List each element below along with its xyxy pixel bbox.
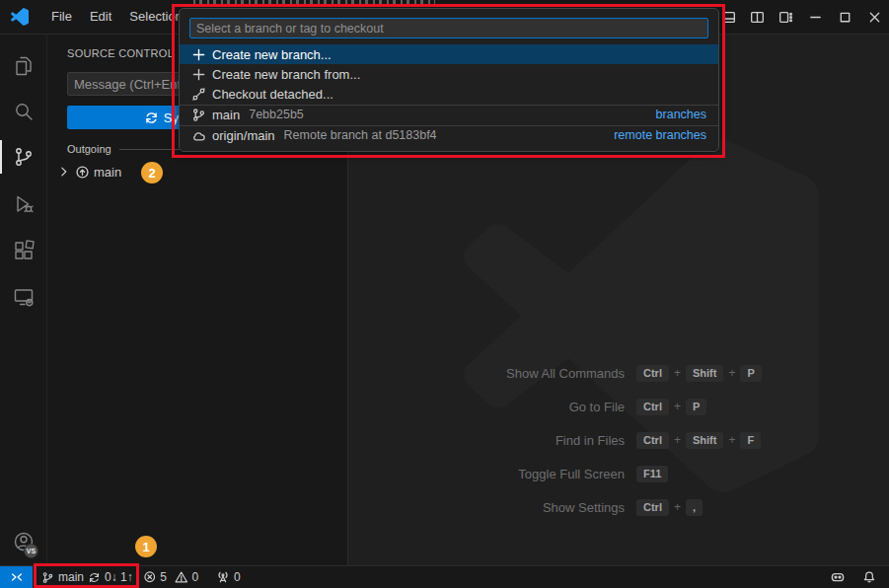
shortcut-label: Toggle Full Screen <box>375 467 625 481</box>
run-debug-icon[interactable] <box>0 183 46 226</box>
key-plus: + <box>674 500 681 514</box>
key-chip: F11 <box>636 466 668 482</box>
key-plus: + <box>728 433 735 447</box>
window-title-clipped <box>193 0 435 4</box>
key-chip: Ctrl <box>636 499 669 516</box>
key-plus: + <box>674 400 681 413</box>
outgoing-branch-label: main <box>94 165 121 180</box>
outgoing-branch-row[interactable]: main <box>57 161 347 183</box>
chevron-right-icon[interactable] <box>57 165 71 179</box>
menubar: File Edit Selection <box>42 0 191 34</box>
item-label: Create new branch... <box>212 47 332 62</box>
shortcut-label: Show Settings <box>375 500 625 515</box>
branch-quick-pick: Create new branch... Create new branch f… <box>179 8 719 152</box>
annotation-badge-2: 2 <box>141 162 163 184</box>
outgoing-label: Outgoing <box>67 143 111 155</box>
error-count: 5 <box>160 570 167 584</box>
split-columns-icon[interactable] <box>743 0 772 35</box>
copilot-icon[interactable] <box>830 569 846 585</box>
quick-pick-input[interactable] <box>189 18 708 38</box>
shortcut-row: Go to File Ctrl+P <box>375 390 799 423</box>
radio-tower-icon <box>216 570 230 584</box>
key-plus: + <box>728 366 735 380</box>
item-label: Create new branch from... <box>212 67 360 82</box>
vscode-logo-icon <box>11 8 29 26</box>
branch-name: main <box>58 570 84 584</box>
remote-branches-link[interactable]: remote branches <box>614 128 706 142</box>
statusbar-right <box>830 569 889 585</box>
remote-icon <box>10 570 24 584</box>
outgoing-arrow-icon <box>75 165 90 180</box>
sync-icon <box>88 571 101 584</box>
remote-explorer-icon[interactable] <box>0 275 46 319</box>
plus-icon <box>191 67 206 82</box>
branch-status-item[interactable]: main 0↓ 1↑ <box>41 570 133 584</box>
ports-count: 0 <box>234 570 241 584</box>
quickpick-item-origin-main[interactable]: origin/main Remote branch at d5183bf4 re… <box>180 125 718 145</box>
vscode-window: File Edit Selection <box>0 0 889 588</box>
item-description: Remote branch at d5183bf4 <box>284 128 437 142</box>
sidebar-title: SOURCE CONTROL <box>67 47 174 59</box>
minimize-button[interactable] <box>800 0 830 35</box>
sync-counts: 0↓ 1↑ <box>105 570 133 584</box>
remote-indicator[interactable] <box>0 566 33 588</box>
key-chip: P <box>686 399 706 415</box>
key-chip: , <box>686 499 703 516</box>
key-chip: F <box>740 432 761 449</box>
extensions-icon[interactable] <box>0 229 46 272</box>
customize-layout-icon[interactable] <box>772 0 800 35</box>
ports-status-item[interactable]: 0 <box>216 570 241 584</box>
quickpick-item-main[interactable]: main 7ebb25b5 branches <box>180 105 718 124</box>
error-icon <box>143 570 157 584</box>
shortcut-row: Toggle Full Screen F11 <box>375 457 799 490</box>
explorer-icon[interactable] <box>0 44 46 88</box>
quickpick-item-checkout-detached[interactable]: Checkout detached... <box>180 84 718 104</box>
close-button[interactable] <box>859 0 889 35</box>
key-chip: P <box>740 365 761 382</box>
debug-disconnect-icon <box>191 87 206 102</box>
item-label: origin/main <box>212 128 275 143</box>
warning-icon <box>175 570 188 584</box>
menu-file[interactable]: File <box>42 0 81 34</box>
maximize-button[interactable] <box>830 0 859 35</box>
key-plus: + <box>674 433 681 447</box>
shortcut-label: Find in Files <box>375 433 625 448</box>
branches-link[interactable]: branches <box>656 108 706 121</box>
git-branch-icon <box>191 108 206 122</box>
shortcut-label: Go to File <box>375 400 625 414</box>
quickpick-item-create-branch-from[interactable]: Create new branch from... <box>180 64 718 84</box>
search-icon[interactable] <box>0 90 46 133</box>
status-bar: main 0↓ 1↑ 5 0 0 <box>0 565 889 588</box>
git-branch-icon <box>41 571 54 584</box>
shortcut-row: Find in Files Ctrl+Shift+F <box>375 423 799 457</box>
key-chip: Ctrl <box>636 365 669 382</box>
problems-status-item[interactable]: 5 0 <box>143 570 198 584</box>
key-chip: Shift <box>686 432 723 449</box>
quickpick-item-create-branch[interactable]: Create new branch... <box>180 44 718 64</box>
source-control-icon[interactable] <box>0 135 46 179</box>
welcome-shortcuts: Show All Commands Ctrl+Shift+P Go to Fil… <box>375 356 799 524</box>
annotation-badge-1: 1 <box>135 536 157 557</box>
titlebar-controls <box>714 0 889 35</box>
item-label: main <box>212 108 240 122</box>
menu-edit[interactable]: Edit <box>81 0 120 34</box>
item-label: Checkout detached... <box>212 87 333 102</box>
activity-bar <box>0 35 47 565</box>
bell-icon[interactable] <box>862 570 876 584</box>
key-chip: Ctrl <box>636 399 669 415</box>
profile-vs-badge[interactable]: VS <box>24 544 38 558</box>
key-plus: + <box>674 366 681 380</box>
shortcut-row: Show All Commands Ctrl+Shift+P <box>375 356 799 390</box>
cloud-icon <box>191 128 206 143</box>
item-description: 7ebb25b5 <box>249 108 304 121</box>
shortcut-row: Show Settings Ctrl+, <box>375 490 799 524</box>
warning-count: 0 <box>191 570 198 584</box>
key-chip: Shift <box>686 365 723 382</box>
plus-icon <box>191 47 206 62</box>
shortcut-label: Show All Commands <box>375 366 625 381</box>
key-chip: Ctrl <box>636 432 669 449</box>
